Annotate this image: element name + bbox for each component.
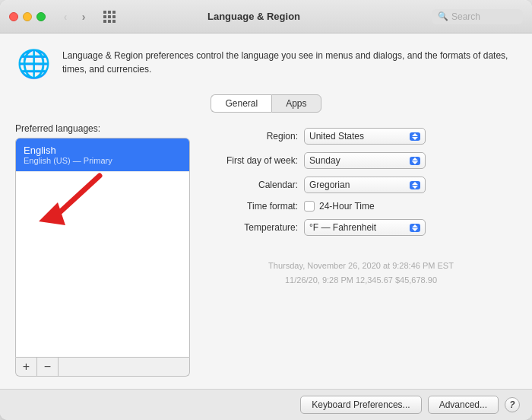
preferred-lang-label: Preferred languages: [15, 123, 190, 134]
time-format-checkbox[interactable] [304, 201, 315, 212]
calendar-value: Gregorian [309, 180, 405, 190]
arrow-down-icon [412, 137, 418, 140]
calendar-label: Calendar: [205, 180, 304, 190]
first-day-row: First day of week: Sunday [205, 152, 517, 169]
list-controls: + − [15, 358, 190, 377]
calendar-arrows [410, 181, 420, 189]
search-box[interactable]: 🔍 Search [432, 9, 523, 24]
window: ‹ › Language & Region 🔍 Search 🌐 Languag… [0, 0, 532, 420]
language-list: English English (US) — Primary [15, 138, 190, 358]
region-row: Region: United States [205, 128, 517, 145]
arrow-up-icon [412, 133, 418, 136]
arrow-up-icon [412, 158, 418, 161]
minimize-button[interactable] [23, 12, 32, 21]
first-day-arrows [410, 157, 420, 165]
arrow-up-icon [412, 224, 418, 228]
main-area: Preferred languages: English English (US… [15, 123, 517, 377]
help-button[interactable]: ? [505, 397, 520, 412]
date-preview-line1: Thursday, November 26, 2020 at 9:28:46 P… [205, 259, 517, 273]
time-format-value: 24-Hour Time [319, 201, 375, 212]
content-area: 🌐 Language & Region preferences control … [0, 33, 532, 389]
temperature-arrows [410, 224, 420, 232]
arrow-down-icon [412, 228, 418, 231]
temperature-label: Temperature: [205, 222, 304, 233]
remove-language-button[interactable]: − [37, 358, 59, 376]
temperature-value: °F — Fahrenheit [309, 222, 405, 233]
lang-name: English [24, 145, 182, 156]
search-placeholder: Search [451, 11, 480, 22]
advanced-button[interactable]: Advanced... [428, 396, 499, 414]
arrow-down-icon [412, 161, 418, 164]
traffic-lights [9, 12, 46, 21]
calendar-row: Calendar: Gregorian [205, 177, 517, 193]
first-day-value: Sunday [309, 155, 405, 166]
search-icon: 🔍 [438, 11, 448, 21]
temperature-row: Temperature: °F — Fahrenheit [205, 219, 517, 236]
arrow-up-icon [412, 182, 418, 185]
close-button[interactable] [9, 12, 18, 21]
region-select[interactable]: United States [304, 128, 426, 145]
description-row: 🌐 Language & Region preferences control … [15, 46, 517, 87]
arrow-area [16, 172, 189, 233]
list-spacer [59, 358, 189, 376]
first-day-label: First day of week: [205, 155, 304, 166]
right-panel: Region: United States First day of week:… [205, 123, 517, 377]
tabs-row: General Apps [15, 94, 517, 113]
tab-apps[interactable]: Apps [271, 94, 321, 113]
window-title: Language & Region [82, 11, 426, 22]
date-preview-line2: 11/26/20, 9:28 PM 12,345.67 $45,678.90 [205, 273, 517, 288]
arrow-down-icon [412, 186, 418, 189]
tab-general[interactable]: General [211, 94, 271, 113]
bottom-bar: Keyboard Preferences... Advanced... ? [0, 389, 532, 420]
region-value: United States [309, 131, 405, 142]
description-text: Language & Region preferences control th… [62, 46, 517, 76]
region-label: Region: [205, 131, 304, 142]
region-arrows [410, 132, 420, 141]
left-panel: Preferred languages: English English (US… [15, 123, 190, 377]
svg-line-0 [54, 176, 100, 218]
lang-sub: English (US) — Primary [24, 156, 182, 165]
maximize-button[interactable] [36, 12, 46, 21]
time-format-row: Time format: 24-Hour Time [205, 201, 517, 212]
time-format-label: Time format: [205, 201, 304, 212]
date-preview: Thursday, November 26, 2020 at 9:28:46 P… [205, 259, 517, 287]
list-item[interactable]: English English (US) — Primary [16, 138, 189, 172]
first-day-select[interactable]: Sunday [304, 152, 426, 169]
globe-icon: 🌐 [15, 46, 52, 82]
svg-marker-1 [39, 202, 65, 225]
back-button[interactable]: ‹ [58, 9, 73, 24]
temperature-select[interactable]: °F — Fahrenheit [304, 219, 426, 236]
time-format-checkbox-container: 24-Hour Time [304, 201, 375, 212]
keyboard-preferences-button[interactable]: Keyboard Preferences... [300, 396, 421, 414]
titlebar: ‹ › Language & Region 🔍 Search [0, 0, 532, 33]
calendar-select[interactable]: Gregorian [304, 177, 426, 193]
add-language-button[interactable]: + [16, 358, 37, 376]
